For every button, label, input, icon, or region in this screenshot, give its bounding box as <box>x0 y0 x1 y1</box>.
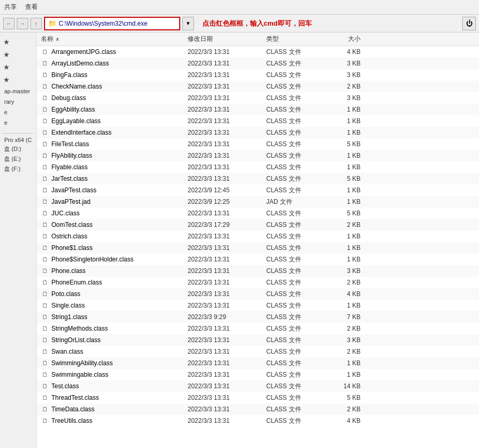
file-name: Phone$1.class <box>51 244 188 252</box>
table-row[interactable]: 🗋Ostrich.class2022/3/3 13:31CLASS 文件1 KB <box>37 231 479 242</box>
up-button[interactable]: ↑ <box>30 18 42 29</box>
table-row[interactable]: 🗋StringMethods.class2022/3/3 13:31CLASS … <box>37 323 479 334</box>
view-menu[interactable]: 查看 <box>25 3 38 12</box>
col-name-header[interactable]: 名称 ∧ <box>41 35 188 43</box>
file-size: 4 KB <box>319 48 361 56</box>
file-date: 2022/3/3 13:31 <box>188 256 266 263</box>
sidebar-drive-e[interactable]: 盘 (E:) <box>2 154 34 164</box>
table-row[interactable]: 🗋Phone$1.class2022/3/3 13:31CLASS 文件1 KB <box>37 242 479 254</box>
address-input-box[interactable]: 📁 C:\Windows\System32\cmd.exe <box>44 17 180 30</box>
file-type: CLASS 文件 <box>266 117 319 126</box>
refresh-button[interactable]: ⏻ <box>462 17 476 30</box>
table-row[interactable]: 🗋ArrangementJPG.class2022/3/3 13:31CLASS… <box>37 46 479 58</box>
file-size: 1 KB <box>319 198 361 205</box>
file-name: ThreadTest.class <box>51 394 188 401</box>
forward-button[interactable]: → <box>17 18 28 29</box>
pin-icon-1[interactable]: ★ <box>2 37 34 47</box>
sidebar-drive-f[interactable]: 盘 (F:) <box>2 164 34 174</box>
table-row[interactable]: 🗋Flyable.class2022/3/3 13:31CLASS 文件1 KB <box>37 161 479 173</box>
table-row[interactable]: 🗋Poto.class2022/3/3 13:31CLASS 文件4 KB <box>37 288 479 300</box>
file-size: 1 KB <box>319 106 361 113</box>
table-row[interactable]: 🗋Swan.class2022/3/3 13:31CLASS 文件2 KB <box>37 346 479 357</box>
table-row[interactable]: 🗋TreeUtils.class2022/3/3 13:31CLASS 文件4 … <box>37 415 479 427</box>
table-row[interactable]: 🗋PhoneEnum.class2022/3/3 13:31CLASS 文件2 … <box>37 277 479 288</box>
file-icon: 🗋 <box>41 117 49 125</box>
sidebar-item-e2[interactable]: e <box>2 118 34 127</box>
table-row[interactable]: 🗋BingFa.class2022/3/3 13:31CLASS 文件3 KB <box>37 69 479 81</box>
table-row[interactable]: 🗋ThreadTest.class2022/3/3 13:31CLASS 文件5… <box>37 392 479 403</box>
table-row[interactable]: 🗋CheckName.class2022/3/3 13:31CLASS 文件2 … <box>37 81 479 92</box>
table-row[interactable]: 🗋Test.class2022/3/3 13:31CLASS 文件14 KB <box>37 380 479 392</box>
table-row[interactable]: 🗋EggAbility.class2022/3/3 13:31CLASS 文件1… <box>37 104 479 115</box>
file-size: 1 KB <box>319 256 361 263</box>
table-row[interactable]: 🗋JarTest.class2022/3/3 13:31CLASS 文件5 KB <box>37 173 479 184</box>
file-name: JavaPTest.class <box>51 187 188 194</box>
file-date: 2022/3/3 13:31 <box>188 152 266 159</box>
table-row[interactable]: 🗋JUC.class2022/3/3 13:31CLASS 文件5 KB <box>37 207 479 219</box>
file-icon: 🗋 <box>41 347 49 356</box>
file-type: CLASS 文件 <box>266 255 319 264</box>
file-date: 2022/3/3 13:31 <box>188 94 266 102</box>
file-icon: 🗋 <box>41 359 49 367</box>
share-menu[interactable]: 共享 <box>4 3 17 12</box>
file-name: EggAbility.class <box>51 106 188 113</box>
table-row[interactable]: 🗋String1.class2022/3/3 9:29CLASS 文件7 KB <box>37 311 479 323</box>
pin-icon-2[interactable]: ★ <box>2 49 34 60</box>
file-type: CLASS 文件 <box>266 128 319 137</box>
file-size: 5 KB <box>319 175 361 182</box>
file-list-area[interactable]: 名称 ∧ 修改日期 类型 大小 🗋ArrangementJPG.class202… <box>37 32 479 448</box>
table-row[interactable]: 🗋EggLayable.class2022/3/3 13:31CLASS 文件1… <box>37 115 479 127</box>
back-button[interactable]: ← <box>3 18 15 29</box>
file-size: 2 KB <box>319 279 361 286</box>
table-row[interactable]: 🗋Phone$SingletonHolder.class2022/3/3 13:… <box>37 254 479 265</box>
file-name: Single.class <box>51 302 188 309</box>
file-size: 1 KB <box>319 163 361 171</box>
file-date: 2022/3/9 12:45 <box>188 187 266 194</box>
table-row[interactable]: 🗋JavaPTest.jad2022/3/9 12:25JAD 文件1 KB <box>37 196 479 207</box>
file-icon: 🗋 <box>41 59 49 68</box>
file-name: Phone.class <box>51 267 188 275</box>
table-row[interactable]: 🗋ExtendInterface.class2022/3/3 13:31CLAS… <box>37 127 479 138</box>
sidebar-item-ap-master[interactable]: ap-master <box>2 87 34 95</box>
file-date: 2022/3/3 13:31 <box>188 267 266 275</box>
table-row[interactable]: 🗋Debug.class2022/3/3 13:31CLASS 文件3 KB <box>37 92 479 104</box>
table-row[interactable]: 🗋OomTest.class2022/3/3 17:29CLASS 文件2 KB <box>37 219 479 231</box>
file-type: CLASS 文件 <box>266 174 319 183</box>
file-name: BingFa.class <box>51 71 188 79</box>
file-name: Test.class <box>51 383 188 390</box>
file-type: CLASS 文件 <box>266 405 319 414</box>
file-type: CLASS 文件 <box>266 244 319 253</box>
table-row[interactable]: 🗋FileTest.class2022/3/3 13:31CLASS 文件5 K… <box>37 138 479 150</box>
file-icon: 🗋 <box>41 140 49 148</box>
sidebar-drive-c[interactable]: Pro x64 (C <box>2 136 34 144</box>
sidebar-drive-d[interactable]: 盘 (D:) <box>2 144 34 154</box>
file-type: CLASS 文件 <box>266 370 319 379</box>
table-row[interactable]: 🗋SwimmingAbility.class2022/3/3 13:31CLAS… <box>37 357 479 369</box>
file-name: FlyAbility.class <box>51 152 188 159</box>
col-size-header[interactable]: 大小 <box>319 35 361 43</box>
sidebar-item-rary[interactable]: rary <box>2 97 34 106</box>
table-row[interactable]: 🗋ArrayListDemo.class2022/3/3 13:31CLASS … <box>37 58 479 69</box>
table-row[interactable]: 🗋JavaPTest.class2022/3/9 12:45CLASS 文件1 … <box>37 184 479 196</box>
table-row[interactable]: 🗋Single.class2022/3/3 13:31CLASS 文件1 KB <box>37 300 479 311</box>
table-row[interactable]: 🗋FlyAbility.class2022/3/3 13:31CLASS 文件1… <box>37 150 479 161</box>
col-type-header[interactable]: 类型 <box>266 35 319 43</box>
table-row[interactable]: 🗋StringOrList.class2022/3/3 13:31CLASS 文… <box>37 334 479 346</box>
file-type: CLASS 文件 <box>266 186 319 195</box>
file-name: StringMethods.class <box>51 325 188 332</box>
table-row[interactable]: 🗋Phone.class2022/3/3 13:31CLASS 文件3 KB <box>37 265 479 277</box>
address-dropdown[interactable]: ▼ <box>182 17 194 30</box>
file-size: 2 KB <box>319 406 361 413</box>
pin-icon-3[interactable]: ★ <box>2 62 34 72</box>
file-type: CLASS 文件 <box>266 209 319 218</box>
file-size: 1 KB <box>319 371 361 378</box>
table-row[interactable]: 🗋TimeData.class2022/3/3 13:31CLASS 文件2 K… <box>37 403 479 415</box>
address-hint: 点击红色框框，输入cmd即可，回车 <box>202 19 460 28</box>
col-date-header[interactable]: 修改日期 <box>188 35 266 43</box>
file-name: CheckName.class <box>51 83 188 90</box>
file-size: 5 KB <box>319 140 361 148</box>
sidebar-item-e1[interactable]: e <box>2 108 34 116</box>
table-row[interactable]: 🗋Swimmingable.class2022/3/3 13:31CLASS 文… <box>37 369 479 380</box>
file-type: CLASS 文件 <box>266 290 319 299</box>
pin-icon-4[interactable]: ★ <box>2 74 34 85</box>
